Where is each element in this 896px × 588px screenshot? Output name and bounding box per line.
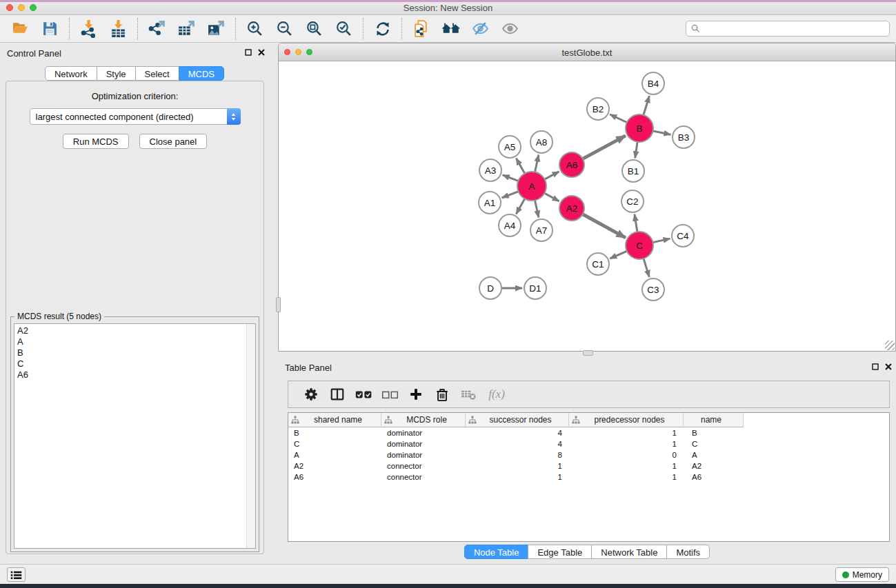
column-header-successor-nodes[interactable]: successor nodes: [466, 413, 569, 427]
table-cell[interactable]: dominator: [381, 449, 466, 460]
table-cell[interactable]: A2: [288, 460, 381, 472]
import-table-button[interactable]: [103, 17, 133, 41]
show-columns-button[interactable]: [324, 384, 350, 405]
result-item[interactable]: A2: [14, 325, 255, 336]
table-cell[interactable]: 8: [466, 449, 569, 460]
save-session-button[interactable]: [35, 17, 65, 41]
table-row[interactable]: A6connector11A6: [288, 472, 889, 483]
search-input[interactable]: [701, 24, 885, 34]
table-cell[interactable]: 1: [466, 460, 569, 472]
close-panel-icon[interactable]: [885, 363, 892, 370]
tab-network-table[interactable]: Network Table: [591, 545, 667, 559]
graph-node-C[interactable]: C: [626, 232, 653, 259]
result-item[interactable]: A: [14, 336, 255, 347]
table-cell[interactable]: C: [288, 438, 381, 449]
network-window-titlebar[interactable]: testGlobe.txt: [279, 43, 895, 61]
float-panel-icon[interactable]: [872, 363, 879, 370]
table-cell[interactable]: A: [288, 449, 381, 460]
memory-button[interactable]: Memory: [835, 567, 889, 582]
result-item[interactable]: B: [14, 347, 255, 358]
column-header-MCDS-role[interactable]: MCDS role: [381, 413, 466, 427]
import-network-button[interactable]: [74, 17, 103, 41]
table-cell[interactable]: C: [684, 438, 744, 449]
table-cell[interactable]: B: [288, 427, 381, 438]
zoom-out-button[interactable]: [270, 17, 299, 41]
graph-node-A4[interactable]: A4: [499, 214, 521, 236]
graph-node-B4[interactable]: B4: [642, 72, 664, 94]
run-mcds-button[interactable]: Run MCDS: [63, 134, 129, 149]
node-table[interactable]: shared nameMCDS rolesuccessor nodesprede…: [288, 412, 890, 542]
graph-node-A3[interactable]: A3: [479, 159, 501, 181]
column-header-name[interactable]: name: [684, 413, 744, 427]
delete-columns-button[interactable]: [429, 384, 455, 405]
table-cell[interactable]: 4: [466, 427, 569, 438]
refresh-layout-button[interactable]: [368, 17, 397, 41]
table-cell[interactable]: 1: [569, 438, 684, 449]
table-cell[interactable]: 1: [466, 472, 569, 483]
graph-node-A2[interactable]: A2: [559, 196, 584, 221]
table-row[interactable]: Bdominator41B: [288, 427, 889, 438]
network-canvas[interactable]: B4B2BB3A5A8A6B1A3AA1C2A2A4A7C4CC1C3DD1: [279, 61, 895, 351]
tab-motifs[interactable]: Motifs: [666, 545, 710, 559]
deselect-all-button[interactable]: [377, 384, 403, 405]
graph-node-A5[interactable]: A5: [499, 136, 521, 158]
search-field[interactable]: [686, 21, 890, 37]
table-cell[interactable]: A2: [684, 460, 744, 472]
mcds-result-list[interactable]: A2ABCA6: [14, 323, 256, 549]
table-cell[interactable]: 1: [569, 472, 684, 483]
export-network-button[interactable]: [142, 17, 172, 41]
table-cell[interactable]: dominator: [381, 427, 466, 438]
window-resize-grip[interactable]: [885, 341, 895, 350]
table-header-row[interactable]: shared nameMCDS rolesuccessor nodesprede…: [288, 413, 889, 427]
graph-node-B3[interactable]: B3: [673, 126, 695, 148]
show-panels-button[interactable]: [7, 567, 26, 582]
network-overview-button[interactable]: [436, 17, 466, 41]
export-table-button[interactable]: [172, 17, 201, 41]
table-cell[interactable]: A6: [684, 472, 744, 483]
zoom-fit-button[interactable]: [299, 17, 329, 41]
graph-node-A[interactable]: A: [517, 172, 546, 201]
export-image-button[interactable]: [201, 17, 231, 41]
column-header-predecessor-nodes[interactable]: predecessor nodes: [569, 413, 684, 427]
clone-network-button[interactable]: [406, 17, 436, 41]
zoom-in-button[interactable]: [240, 17, 270, 41]
tab-node-table[interactable]: Node Table: [464, 545, 529, 559]
table-row[interactable]: A2connector11A2: [288, 460, 889, 472]
criterion-dropdown[interactable]: largest connected component (directed): [30, 108, 241, 125]
table-cell[interactable]: B: [684, 427, 744, 438]
graph-node-B[interactable]: B: [626, 114, 653, 142]
float-panel-icon[interactable]: [245, 49, 252, 56]
graph-node-A7[interactable]: A7: [530, 219, 552, 241]
table-cell[interactable]: 1: [569, 427, 684, 438]
graph-node-A6[interactable]: A6: [559, 152, 584, 177]
result-item[interactable]: A6: [14, 369, 255, 381]
add-column-button[interactable]: [403, 384, 429, 405]
graph-node-A1[interactable]: A1: [479, 192, 501, 214]
table-cell[interactable]: 1: [569, 460, 684, 472]
tab-style[interactable]: Style: [97, 66, 136, 81]
tab-edge-table[interactable]: Edge Table: [528, 545, 592, 559]
tab-mcds[interactable]: MCDS: [179, 66, 224, 81]
select-all-button[interactable]: [350, 384, 377, 405]
tab-network[interactable]: Network: [45, 66, 97, 81]
show-graphics-details-button[interactable]: [495, 17, 525, 41]
column-header-shared-name[interactable]: shared name: [288, 413, 381, 427]
table-settings-button[interactable]: [298, 384, 324, 405]
result-item[interactable]: C: [14, 358, 255, 369]
table-cell[interactable]: A6: [288, 472, 381, 483]
table-cell[interactable]: dominator: [381, 438, 466, 449]
close-panel-button[interactable]: Close panel: [139, 134, 208, 149]
graph-node-C1[interactable]: C1: [587, 253, 609, 275]
graph-node-C3[interactable]: C3: [642, 278, 664, 301]
function-builder-button[interactable]: f(x): [481, 384, 508, 405]
vertical-splitter-handle[interactable]: [276, 297, 281, 312]
table-cell[interactable]: connector: [381, 472, 466, 483]
tab-select[interactable]: Select: [135, 66, 179, 81]
network-graph[interactable]: B4B2BB3A5A8A6B1A3AA1C2A2A4A7C4CC1C3DD1: [279, 61, 895, 351]
open-session-button[interactable]: [6, 17, 35, 41]
graph-node-B1[interactable]: B1: [622, 160, 644, 182]
table-cell[interactable]: connector: [381, 460, 466, 472]
graph-node-D[interactable]: D: [479, 277, 501, 299]
table-cell[interactable]: 4: [466, 438, 569, 449]
delete-table-button[interactable]: [455, 384, 481, 405]
